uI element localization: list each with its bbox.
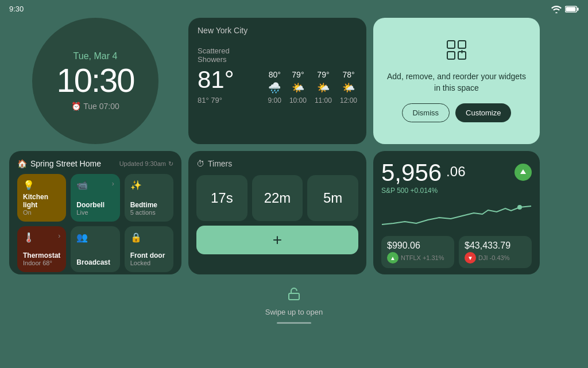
clock-date: Tue, Mar 4 [74,51,118,61]
stock-item-dji[interactable]: $43,433.79 ▼ DJI -0.43% [459,236,532,268]
home-item-kitchen-light[interactable]: 💡 Kitchen light On [17,174,66,222]
wifi-icon [551,5,562,13]
timers-header: ⏱ Timers [196,159,358,168]
promo-buttons: Dismiss Customize [402,103,512,122]
down-arrow-icon: ▼ [465,252,476,264]
stocks-bottom: $990.06 ▲ NTFLX +1.31% $43,433.79 ▼ DJI … [381,236,532,268]
alarm-icon: ⏰ [71,102,81,111]
timer-item-0[interactable]: 17s [196,175,247,221]
thermostat-icon: 🌡️ [23,232,60,243]
timer-item-1[interactable]: 22m [252,175,303,221]
forecast-item-2: 79° 🌤️ 11:00 [315,70,332,104]
lock-icon: 🔒 [130,232,168,243]
weather-left: Scattered Showers 81° 81° 79° [198,47,251,104]
forecast-item-3: 78° 🌤️ 12:00 [340,70,357,104]
home-item-doorbell[interactable]: › 📹 Doorbell Live [71,174,119,222]
home-updated: Updated 9:30am ↻ [119,160,173,168]
forecast-item-0: 80° 🌧️ 9:00 [268,70,281,104]
battery-icon [565,5,579,13]
home-header: 🏠 Spring Street Home Updated 9:30am ↻ [17,159,173,168]
customize-button[interactable]: Customize [455,103,511,122]
refresh-icon[interactable]: ↻ [168,160,173,168]
stocks-up-button[interactable] [514,164,532,181]
timers-grid: 17s 22m 5m [196,175,358,221]
clock-time: 10:30 [56,64,134,97]
promo-text: Add, remove, and reorder your widgets in… [385,71,528,94]
weather-main: Scattered Showers 81° 81° 79° 80° 🌧️ 9:0… [198,47,357,104]
home-item-front-door[interactable]: 🔒 Front door Locked [125,226,173,272]
up-arrow-icon: ▲ [387,252,399,264]
weather-temp: 81° [198,66,251,94]
lightbulb-icon: 💡 [23,180,60,191]
svg-rect-2 [566,7,575,11]
weather-condition: Scattered Showers [198,47,251,64]
widgets-icon [446,40,467,64]
swipe-line [277,322,311,324]
weather-city: New York City [198,26,357,35]
svg-rect-3 [447,41,455,48]
home-widget[interactable]: 🏠 Spring Street Home Updated 9:30am ↻ 💡 … [9,151,181,274]
weather-forecast: 80° 🌧️ 9:00 79° 🌤️ 10:00 79° 🌤️ 11:00 78… [268,70,357,104]
status-icons [551,5,579,13]
stocks-index: S&P 500 +0.014% [381,187,465,195]
svg-rect-4 [458,41,466,48]
svg-rect-10 [289,293,299,300]
stocks-main: 5,956.06 S&P 500 +0.014% [381,159,465,198]
weather-range: 81° 79° [198,96,251,104]
status-time: 9:30 [9,5,24,13]
timer-item-2[interactable]: 5m [307,175,358,221]
home-icon: 🏠 [17,159,27,168]
add-timer-button[interactable]: + [196,226,358,254]
camera-icon: 📹 [76,180,114,191]
stocks-main-price: 5,956.06 [381,159,465,187]
chevron-right-icon: › [112,180,114,188]
lock-open-icon [287,287,301,304]
weather-widget[interactable]: New York City Scattered Showers 81° 81° … [188,18,366,144]
home-item-bedtime[interactable]: ✨ Bedtime 5 actions [125,174,173,222]
status-bar: 9:30 [0,0,588,18]
clock-widget: Tue, Mar 4 10:30 ⏰ Tue 07:00 [32,18,158,144]
swipe-area[interactable]: Swipe up to open [0,287,588,324]
widget-promo: Add, remove, and reorder your widgets in… [373,18,540,144]
home-item-thermostat[interactable]: › 🌡️ Thermostat Indoor 68° [17,226,66,272]
home-item-broadcast[interactable]: 👥 Broadcast [71,226,119,272]
swipe-text: Swipe up to open [265,308,323,316]
home-title: 🏠 Spring Street Home [17,159,101,168]
home-grid: 💡 Kitchen light On › 📹 Doorbell Live ✨ [17,174,173,272]
clock-alarm: ⏰ Tue 07:00 [71,102,119,111]
broadcast-icon: 👥 [76,232,114,243]
svg-rect-5 [447,52,455,59]
svg-rect-1 [577,7,579,10]
main-grid: Tue, Mar 4 10:30 ⏰ Tue 07:00 New York Ci… [0,18,588,280]
chevron-right-icon-2: › [58,232,60,240]
timers-widget[interactable]: ⏱ Timers 17s 22m 5m + [188,151,366,274]
timer-icon: ⏱ [196,159,204,168]
stocks-header-row: 5,956.06 S&P 500 +0.014% [381,159,532,198]
stocks-widget[interactable]: 5,956.06 S&P 500 +0.014% $990.06 ▲ NTFLX… [373,151,540,274]
stock-item-ntflx[interactable]: $990.06 ▲ NTFLX +1.31% [381,236,454,268]
dismiss-button[interactable]: Dismiss [402,103,450,122]
forecast-item-1: 79° 🌤️ 10:00 [289,70,307,104]
svg-point-9 [517,205,522,210]
stocks-chart [381,202,532,230]
sparkles-icon: ✨ [130,180,168,191]
